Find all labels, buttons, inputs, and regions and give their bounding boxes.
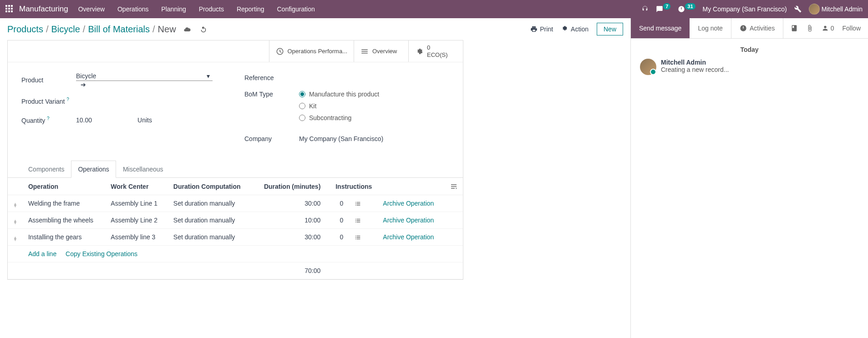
activities-icon[interactable]: 31 (678, 5, 695, 13)
copy-operations-link[interactable]: Copy Existing Operations (66, 250, 137, 257)
menu-planning[interactable]: Planning (161, 5, 186, 13)
cell-work-center[interactable]: Assembly line 3 (105, 229, 168, 246)
breadcrumb-current: New (158, 24, 176, 35)
overview-icon (360, 47, 369, 55)
notebook-tabs: Components Operations Miscellaneous (8, 161, 463, 178)
stat-operations-performance[interactable]: Operations Performa... (269, 40, 354, 62)
action-button[interactable]: Action (561, 25, 589, 33)
followers-button[interactable]: 0 (822, 25, 834, 32)
col-duration-min[interactable]: Duration (minutes) (253, 178, 326, 195)
activities-button[interactable]: Activities (731, 18, 783, 38)
stat-overview-label: Overview (372, 48, 397, 55)
send-message-button[interactable]: Send message (631, 18, 690, 38)
table-options-icon[interactable] (445, 178, 463, 195)
stat-overview[interactable]: Overview (354, 40, 408, 62)
cell-duration-comp[interactable]: Set duration manually (168, 229, 253, 246)
col-instructions[interactable]: Instructions (326, 178, 377, 195)
product-input[interactable] (76, 72, 204, 80)
cell-duration[interactable]: 30:00 (253, 195, 326, 212)
menu-configuration[interactable]: Configuration (277, 5, 315, 13)
debug-icon[interactable] (794, 5, 802, 13)
tab-miscellaneous[interactable]: Miscellaneous (116, 161, 170, 178)
save-cloud-icon[interactable] (183, 24, 191, 35)
cell-operation[interactable]: Installing the gears (23, 229, 105, 246)
product-label: Product (21, 76, 76, 84)
cell-instructions-count[interactable]: 0 (326, 229, 349, 246)
instructions-list-icon[interactable] (349, 212, 377, 229)
external-link-icon[interactable]: ➔ (81, 81, 86, 88)
discard-icon[interactable] (200, 24, 207, 35)
drag-handle-icon[interactable]: ▲▼ (8, 229, 23, 246)
cell-operation[interactable]: Welding the frame (23, 195, 105, 212)
menu-reporting[interactable]: Reporting (237, 5, 264, 13)
total-duration: 70:00 (253, 262, 326, 279)
drag-handle-icon[interactable]: ▲▼ (8, 195, 23, 212)
product-input-wrapper[interactable]: ▾ (76, 71, 213, 81)
instructions-list-icon[interactable] (349, 229, 377, 246)
bom-type-manufacture[interactable]: Manufacture this product (299, 91, 449, 98)
col-operation[interactable]: Operation (23, 178, 105, 195)
instructions-list-icon[interactable] (349, 195, 377, 212)
quantity-value[interactable]: 10.00Units (76, 116, 226, 124)
col-duration-comp[interactable]: Duration Computation (168, 178, 253, 195)
archive-operation-link[interactable]: Archive Operation (377, 212, 445, 229)
cell-work-center[interactable]: Assembly Line 2 (105, 212, 168, 229)
control-panel: Products / Bicycle / Bill of Materials /… (0, 18, 630, 40)
form-sheet: Operations Performa... Overview 0ECO(S) (7, 40, 463, 280)
menu-products[interactable]: Products (199, 5, 224, 13)
cell-work-center[interactable]: Assembly Line 1 (105, 195, 168, 212)
cell-duration[interactable]: 10:00 (253, 212, 326, 229)
company-value[interactable]: My Company (San Francisco) (299, 135, 449, 142)
chatter-message: Mitchell Admin Creating a new record... (640, 59, 859, 75)
col-work-center[interactable]: Work Center (105, 178, 168, 195)
chatter-panel: Send message Log note Activities 0 Follo… (630, 18, 868, 338)
operations-table: Operation Work Center Duration Computati… (8, 178, 463, 279)
menu-overview[interactable]: Overview (78, 5, 105, 13)
breadcrumb-bicycle[interactable]: Bicycle (51, 24, 80, 35)
company-label: Company (244, 135, 299, 142)
stat-eco[interactable]: 0ECO(S) (408, 40, 463, 62)
breadcrumb-products[interactable]: Products (7, 24, 43, 35)
log-note-button[interactable]: Log note (690, 18, 731, 38)
new-button[interactable]: New (597, 23, 623, 35)
table-row[interactable]: ▲▼ Assembling the wheels Assembly Line 2… (8, 212, 463, 229)
app-brand[interactable]: Manufacturing (19, 5, 68, 14)
message-avatar (640, 59, 656, 75)
table-row[interactable]: ▲▼ Installing the gears Assembly line 3 … (8, 229, 463, 246)
tab-components[interactable]: Components (21, 161, 71, 178)
attachment-icon[interactable] (806, 25, 813, 32)
messages-icon[interactable]: 7 (656, 5, 670, 13)
cell-instructions-count[interactable]: 0 (326, 212, 349, 229)
bom-type-kit[interactable]: Kit (299, 102, 449, 110)
cell-operation[interactable]: Assembling the wheels (23, 212, 105, 229)
chatter-date-today: Today (640, 46, 859, 53)
gears-icon (415, 47, 423, 55)
chevron-down-icon[interactable]: ▾ (207, 72, 210, 80)
breadcrumb-bom[interactable]: Bill of Materials (88, 24, 150, 35)
menu-operations[interactable]: Operations (117, 5, 148, 13)
breadcrumb: Products / Bicycle / Bill of Materials /… (7, 24, 207, 35)
add-line-link[interactable]: Add a line (28, 250, 56, 257)
eco-label: ECO(S) (427, 51, 448, 59)
message-text: Creating a new record... (661, 66, 729, 73)
print-button[interactable]: Print (530, 25, 553, 33)
archive-operation-link[interactable]: Archive Operation (377, 195, 445, 212)
archive-operation-link[interactable]: Archive Operation (377, 229, 445, 246)
cell-duration-comp[interactable]: Set duration manually (168, 212, 253, 229)
bom-type-subcontracting[interactable]: Subcontracting (299, 114, 449, 121)
user-menu[interactable]: Mitchell Admin (809, 4, 863, 15)
apps-icon[interactable] (5, 5, 14, 13)
book-icon[interactable] (791, 25, 798, 32)
table-row[interactable]: ▲▼ Welding the frame Assembly Line 1 Set… (8, 195, 463, 212)
cell-duration-comp[interactable]: Set duration manually (168, 195, 253, 212)
cell-instructions-count[interactable]: 0 (326, 195, 349, 212)
quantity-label: Quantity ? (21, 116, 76, 124)
support-icon[interactable] (641, 5, 649, 13)
drag-handle-icon[interactable]: ▲▼ (8, 212, 23, 229)
cell-duration[interactable]: 30:00 (253, 229, 326, 246)
company-switcher[interactable]: My Company (San Francisco) (703, 5, 787, 13)
reference-label: Reference (244, 74, 299, 81)
tab-operations[interactable]: Operations (71, 161, 116, 178)
follow-button[interactable]: Follow (843, 25, 861, 32)
stat-ops-label: Operations Performa... (288, 48, 348, 55)
